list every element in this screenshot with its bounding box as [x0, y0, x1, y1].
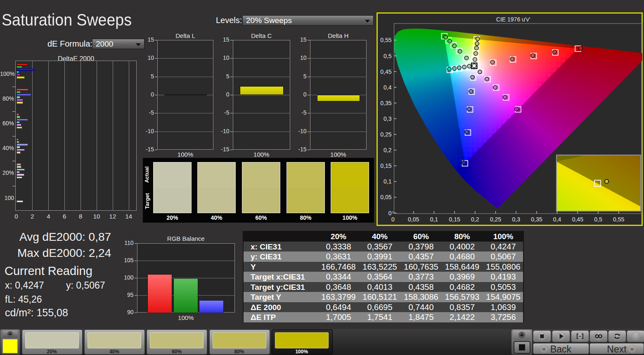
- svg-text:0: 0: [391, 216, 395, 223]
- svg-text:0,5: 0,5: [594, 216, 602, 223]
- svg-text:0,15: 0,15: [449, 216, 460, 223]
- svg-text:0,55: 0,55: [380, 37, 391, 43]
- svg-text:0,1: 0,1: [430, 216, 438, 223]
- svg-text:0: 0: [388, 210, 392, 216]
- svg-text:0,3: 0,3: [384, 115, 392, 122]
- svg-text:0,5: 0,5: [384, 53, 392, 59]
- svg-text:0,05: 0,05: [408, 216, 419, 223]
- svg-text:0,1: 0,1: [384, 178, 392, 185]
- svg-text:0,35: 0,35: [380, 100, 391, 106]
- svg-text:0,2: 0,2: [471, 216, 479, 223]
- svg-text:0,15: 0,15: [380, 162, 391, 169]
- svg-text:0,25: 0,25: [490, 216, 501, 223]
- svg-text:0,4: 0,4: [384, 84, 392, 91]
- svg-text:0,05: 0,05: [380, 194, 391, 200]
- svg-text:0,55: 0,55: [613, 216, 624, 223]
- svg-text:0,45: 0,45: [572, 216, 583, 223]
- svg-text:0,2: 0,2: [384, 147, 392, 153]
- svg-text:0,45: 0,45: [380, 68, 391, 75]
- svg-text:0,3: 0,3: [512, 216, 520, 223]
- svg-text:0,4: 0,4: [553, 216, 561, 223]
- svg-text:0,35: 0,35: [531, 216, 542, 223]
- svg-text:0,25: 0,25: [380, 131, 391, 138]
